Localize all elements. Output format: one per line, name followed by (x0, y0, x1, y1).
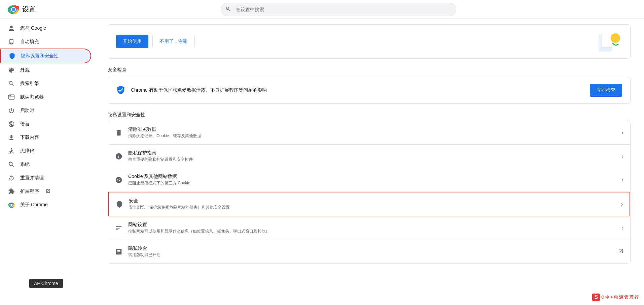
menu-item-cookies[interactable]: Cookie 及其他网站数据 已阻止无痕模式下的第三方 Cookie › (108, 168, 630, 192)
menu-item-privacy-sandbox[interactable]: 隐私沙盒 试用版功能已开启 (108, 240, 630, 263)
sidebar-item-label: 隐私设置和安全性 (21, 53, 59, 59)
autofill-icon (8, 38, 15, 45)
menu-item-subtitle: 试用版功能已开启 (128, 252, 613, 258)
sidebar-item-about[interactable]: 关于 Chrome (0, 198, 91, 212)
menu-item-security[interactable]: 安全 安全浏览（保护您免受危险网站的侵害）和其他安全设置 › (108, 192, 630, 216)
privacy-menu-list: 清除浏览数据 清除浏览记录、Cookie、缓存及其他数据 › 隐私保护指南 检查… (108, 121, 631, 264)
sidebar-item-label: 下载内容 (20, 134, 39, 141)
chevron-right-icon: › (622, 153, 623, 159)
promo-card: 开始使用 不用了，谢谢 (108, 24, 631, 59)
external-link-icon (618, 248, 623, 255)
sidebar-item-label: 外观 (20, 67, 30, 73)
safety-check-description: Chrome 有助于保护您免受数据泄露、不良扩展程序等问题的影响 (131, 87, 584, 93)
menu-item-privacy-guide[interactable]: 隐私保护指南 检查重要的隐私控制设置和安全控件 › (108, 145, 630, 168)
globe-icon (8, 121, 15, 127)
chrome-logo-icon (8, 4, 19, 15)
content-area: 开始使用 不用了，谢谢 安全检查 Chrome 有助于保护您免受数据泄露、不良扩… (94, 19, 644, 305)
sidebar-item-label: 扩展程序 (20, 188, 39, 194)
promo-illustration (595, 31, 622, 52)
svg-point-17 (119, 180, 120, 181)
privacy-guide-icon (115, 152, 123, 160)
sidebar-item-extensions[interactable]: 扩展程序 (0, 185, 91, 198)
sidebar-item-label: 无障碍 (20, 148, 34, 154)
chevron-right-icon: › (622, 177, 623, 183)
menu-item-subtitle: 已阻止无痕模式下的第三方 Cookie (128, 180, 616, 186)
search-input[interactable] (221, 3, 456, 16)
menu-item-title: 隐私沙盒 (128, 245, 613, 251)
puzzle-icon (8, 188, 15, 195)
sidebar-item-search-engine[interactable]: 搜索引擎 (0, 77, 91, 90)
start-using-button[interactable]: 开始使用 (116, 35, 148, 48)
dismiss-button[interactable]: 不用了，谢谢 (152, 35, 195, 48)
sidebar-item-language[interactable]: 语言 (0, 117, 91, 131)
site-settings-icon (115, 224, 123, 232)
sidebar-item-label: 搜索引擎 (20, 81, 39, 87)
logo-area: 设置 (8, 4, 36, 15)
sidebar-item-label: 默认浏览器 (20, 94, 44, 100)
svg-rect-13 (601, 34, 612, 48)
sidebar-item-system[interactable]: 系统 (0, 158, 91, 171)
menu-item-title: Cookie 及其他网站数据 (128, 174, 616, 180)
svg-point-14 (611, 33, 620, 43)
sidebar-item-appearance[interactable]: 外观 (0, 63, 91, 77)
menu-item-content: 网站设置 控制网站可以使用和显示什么信息（如位置信息、摄像头、弹出式窗口及其他） (128, 222, 616, 234)
trash-icon (115, 129, 123, 137)
check-now-button[interactable]: 立即检查 (590, 84, 622, 97)
menu-item-title: 隐私保护指南 (128, 150, 616, 156)
menu-item-title: 网站设置 (128, 222, 616, 228)
svg-point-16 (117, 179, 118, 180)
chevron-right-icon: › (621, 201, 623, 207)
menu-item-content: Cookie 及其他网站数据 已阻止无痕模式下的第三方 Cookie (128, 174, 616, 186)
sidebar-item-autofill[interactable]: 自动填充 (0, 35, 91, 49)
privacy-section-title: 隐私设置和安全性 (108, 112, 631, 118)
sidebar-item-label: 启动时 (20, 108, 34, 114)
accessibility-icon (8, 148, 15, 154)
app-header: 设置 (0, 0, 644, 19)
sidebar-item-accessibility[interactable]: 无障碍 (0, 144, 91, 158)
menu-item-content: 安全 安全浏览（保护您免受危险网站的侵害）和其他安全设置 (129, 198, 616, 210)
sidebar-item-privacy[interactable]: 隐私设置和安全性 (0, 49, 91, 63)
sidebar-item-you-google[interactable]: 您与 Google (0, 22, 91, 35)
menu-item-subtitle: 控制网站可以使用和显示什么信息（如位置信息、摄像头、弹出式窗口及其他） (128, 228, 616, 234)
af-chrome-label: AF Chrome (29, 279, 63, 288)
svg-point-11 (10, 204, 12, 206)
chevron-right-icon: › (622, 130, 623, 136)
promo-buttons: 开始使用 不用了，谢谢 (116, 35, 195, 48)
security-shield-icon (115, 200, 123, 208)
external-link-icon (46, 189, 50, 194)
sidebar-item-label: 自动填充 (20, 39, 39, 45)
sidebar-item-label: 您与 Google (20, 25, 46, 31)
person-icon (8, 25, 15, 32)
sidebar-item-reset[interactable]: 重置并清理 (0, 171, 91, 185)
download-icon (8, 134, 15, 141)
svg-point-3 (12, 8, 15, 11)
watermark: S C 中 + 电 源 管 理 行 (592, 294, 639, 301)
sidebar-item-downloads[interactable]: 下载内容 (0, 131, 91, 144)
safety-check-card: Chrome 有助于保护您免受数据泄露、不良扩展程序等问题的影响 立即检查 (108, 77, 631, 104)
menu-item-title: 清除浏览数据 (128, 126, 616, 132)
chevron-right-icon: › (622, 225, 623, 231)
sidebar-item-default-browser[interactable]: 默认浏览器 (0, 90, 91, 104)
sidebar-item-label: 关于 Chrome (20, 202, 48, 208)
shield-icon (9, 53, 15, 59)
svg-point-8 (11, 148, 12, 149)
watermark-text: C 中 + 电 源 管 理 行 (601, 295, 639, 300)
svg-point-6 (9, 95, 10, 96)
sidebar-item-startup[interactable]: 启动时 (0, 104, 91, 117)
wrench-icon (8, 161, 15, 168)
palette-icon (8, 67, 15, 73)
sidebar-item-label: 重置并清理 (20, 175, 44, 181)
power-icon (8, 107, 15, 114)
menu-item-site-settings[interactable]: 网站设置 控制网站可以使用和显示什么信息（如位置信息、摄像头、弹出式窗口及其他）… (108, 216, 630, 240)
menu-item-subtitle: 检查重要的隐私控制设置和安全控件 (128, 157, 616, 162)
svg-point-7 (10, 95, 11, 96)
sandbox-icon (115, 248, 123, 256)
menu-item-content: 隐私保护指南 检查重要的隐私控制设置和安全控件 (128, 150, 616, 162)
svg-point-18 (119, 178, 120, 179)
safety-shield-icon (116, 85, 126, 96)
page-title: 设置 (22, 5, 36, 14)
menu-item-title: 安全 (129, 198, 616, 204)
menu-item-content: 隐私沙盒 试用版功能已开启 (128, 245, 613, 258)
menu-item-content: 清除浏览数据 清除浏览记录、Cookie、缓存及其他数据 (128, 126, 616, 139)
menu-item-clear-browsing[interactable]: 清除浏览数据 清除浏览记录、Cookie、缓存及其他数据 › (108, 121, 630, 145)
